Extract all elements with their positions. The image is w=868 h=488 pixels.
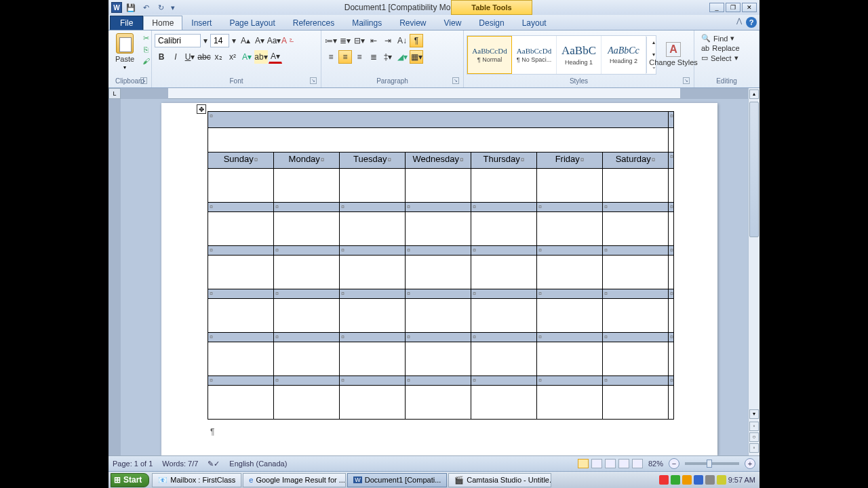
day-body-cell[interactable] (471, 212, 537, 246)
day-body-cell[interactable] (340, 212, 406, 246)
tray-icon[interactable] (705, 475, 715, 485)
day-body-cell[interactable] (603, 256, 669, 289)
spell-check-icon[interactable]: ✎✓ (208, 460, 220, 468)
date-cell[interactable]: ¤ (471, 203, 537, 212)
font-name-dropdown[interactable]: ▾ (201, 34, 210, 47)
day-header[interactable]: Sunday (208, 152, 274, 169)
justify-button[interactable]: ≣ (367, 50, 380, 64)
day-body-cell[interactable] (537, 212, 603, 246)
borders-button[interactable]: ▦▾ (410, 50, 423, 64)
date-cell[interactable]: ¤ (406, 203, 471, 212)
tray-icon[interactable] (671, 475, 680, 485)
show-paragraph-marks-button[interactable]: ¶ (410, 34, 423, 47)
horizontal-ruler[interactable] (121, 88, 760, 99)
tab-review[interactable]: Review (391, 16, 435, 30)
align-right-button[interactable]: ≡ (353, 50, 366, 64)
change-styles-button[interactable]: A Change Styles (656, 41, 690, 68)
date-cell[interactable]: ¤ (537, 203, 603, 212)
day-body-cell[interactable] (274, 299, 340, 333)
redo-button[interactable]: ↻ (155, 1, 167, 14)
day-body-cell[interactable] (537, 386, 603, 420)
date-cell[interactable]: ¤ (208, 376, 274, 386)
day-header[interactable]: Tuesday (340, 152, 406, 169)
date-cell[interactable]: ¤ (603, 333, 669, 342)
day-body-cell[interactable] (208, 342, 274, 376)
day-body-cell[interactable] (471, 386, 537, 420)
numbering-button[interactable]: ≣▾ (338, 34, 352, 47)
day-body-cell[interactable] (340, 342, 406, 376)
day-body-cell[interactable] (340, 386, 406, 420)
day-body-cell[interactable] (603, 299, 669, 333)
italic-button[interactable]: I (169, 50, 182, 64)
subscript-button[interactable]: x₂ (212, 50, 225, 64)
day-body-cell[interactable] (406, 212, 471, 246)
system-tray[interactable]: 9:57 AM (655, 475, 760, 485)
day-header[interactable]: Wednesday (406, 152, 471, 169)
paste-button[interactable]: Paste ▾ (111, 32, 138, 72)
cut-button[interactable]: ✂ (140, 33, 151, 43)
tab-mailings[interactable]: Mailings (343, 16, 391, 30)
zoom-percent[interactable]: 82% (648, 460, 663, 468)
print-layout-view[interactable] (578, 459, 589, 468)
date-cell[interactable]: ¤ (274, 203, 340, 212)
qat-customize[interactable]: ▾ (170, 1, 176, 14)
font-dialog[interactable]: ↘ (310, 77, 317, 84)
tab-design[interactable]: Design (470, 16, 513, 30)
day-body-cell[interactable] (274, 212, 340, 246)
day-header[interactable]: Monday (274, 152, 340, 169)
date-cell[interactable]: ¤ (406, 333, 471, 342)
style-heading1[interactable]: AaBbCHeading 1 (557, 36, 601, 74)
day-body-cell[interactable] (274, 256, 340, 289)
day-body-cell[interactable] (603, 386, 669, 420)
date-cell[interactable]: ¤ (274, 376, 340, 386)
day-body-cell[interactable] (406, 256, 471, 289)
date-cell[interactable]: ¤ (274, 246, 340, 256)
day-header[interactable]: Friday (537, 152, 603, 169)
clear-formatting-button[interactable]: Aఽ (281, 34, 295, 47)
align-center-button[interactable]: ≡ (338, 50, 352, 64)
date-cell[interactable]: ¤ (603, 203, 669, 212)
vertical-scrollbar[interactable]: ▴ ▾ ◦ ○ ◦ (748, 88, 760, 455)
date-cell[interactable]: ¤ (537, 333, 603, 342)
grow-font-button[interactable]: A▴ (239, 34, 252, 47)
tray-icon[interactable] (682, 475, 692, 485)
date-cell[interactable]: ¤ (537, 376, 603, 386)
undo-button[interactable]: ↶ (140, 1, 152, 14)
clipboard-dialog[interactable]: ↘ (140, 77, 147, 84)
date-cell[interactable]: ¤ (471, 376, 537, 386)
day-body-cell[interactable] (208, 256, 274, 289)
help-icon[interactable]: ? (746, 17, 757, 28)
style-no-spacing[interactable]: AaBbCcDd¶ No Spaci... (512, 36, 557, 74)
shading-button[interactable]: ◢▾ (395, 50, 409, 64)
start-button[interactable]: ⊞Start (111, 473, 149, 487)
close-button[interactable]: ✕ (742, 3, 757, 12)
align-left-button[interactable]: ≡ (324, 50, 338, 64)
taskbar-item-word[interactable]: WDocument1 [Compati... (347, 473, 447, 487)
date-cell[interactable]: ¤ (208, 203, 274, 212)
underline-button[interactable]: U▾ (183, 50, 197, 64)
table-move-handle[interactable]: ✥ (197, 104, 206, 114)
date-cell[interactable]: ¤ (471, 333, 537, 342)
day-body-cell[interactable] (406, 342, 471, 376)
format-painter-button[interactable]: 🖌 (140, 56, 151, 66)
styles-gallery[interactable]: AaBbCcDd¶ Normal AaBbCcDd¶ No Spaci... A… (467, 35, 656, 75)
date-cell[interactable]: ¤ (603, 376, 669, 386)
browse-object[interactable]: ○ (749, 432, 759, 442)
multilevel-list-button[interactable]: ⊟▾ (353, 34, 366, 47)
date-cell[interactable]: ¤ (603, 246, 669, 256)
day-body-cell[interactable] (208, 386, 274, 420)
text-effects-button[interactable]: A▾ (240, 50, 254, 64)
bullets-button[interactable]: ≔▾ (324, 34, 338, 47)
copy-button[interactable]: ⎘ (140, 45, 151, 54)
tab-selector[interactable]: L (108, 88, 121, 99)
date-cell[interactable]: ¤ (340, 333, 406, 342)
day-body-cell[interactable] (208, 299, 274, 333)
page-status[interactable]: Page: 1 of 1 (113, 460, 153, 468)
tab-file[interactable]: File (110, 16, 143, 30)
date-cell[interactable]: ¤ (537, 246, 603, 256)
increase-indent-button[interactable]: ⇥ (381, 34, 395, 47)
font-color-button[interactable]: A▾ (269, 50, 282, 64)
zoom-out-button[interactable]: − (669, 458, 679, 469)
day-body-cell[interactable] (471, 256, 537, 289)
day-body-cell[interactable] (340, 299, 406, 333)
